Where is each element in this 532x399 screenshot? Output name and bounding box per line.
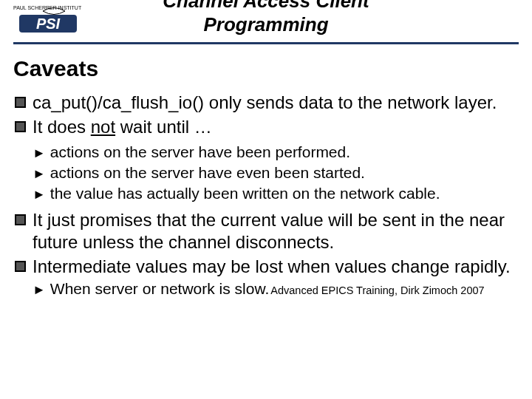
bullet-text: Intermediate values may be lost when val… [33, 256, 511, 279]
square-bullet-icon [15, 121, 26, 132]
header: PAUL SCHERRER INSTITUT PSI Channel Acces… [0, 0, 532, 35]
bullet-text: When server or network is slow. [50, 280, 269, 298]
footer-text: Advanced EPICS Training, Dirk Zimoch 200… [270, 284, 484, 296]
bullet-level2: ► actions on the server have been perfor… [33, 142, 511, 163]
bullet-text: actions on the server have even been sta… [50, 163, 511, 183]
bullet-level1: It does not wait until … [15, 116, 511, 139]
bullet-level2: ► the value has actually been written on… [33, 183, 511, 204]
bullet-level1: Intermediate values may be lost when val… [15, 256, 511, 279]
bullet-level1: It just promises that the current value … [15, 209, 511, 254]
section-title: Caveats [13, 56, 532, 81]
triangle-bullet-icon: ► [33, 165, 46, 183]
bullet-text: actions on the server have been performe… [50, 142, 511, 163]
bullet-text: It just promises that the current value … [33, 209, 511, 254]
square-bullet-icon [15, 261, 26, 272]
square-bullet-icon [15, 97, 26, 108]
triangle-bullet-icon: ► [33, 185, 46, 203]
slide-title-line1: Channel Access Client [13, 0, 519, 11]
square-bullet-icon [15, 214, 26, 225]
bullet-level2: ► actions on the server have even been s… [33, 163, 511, 183]
bullet-text: the value has actually been written on t… [50, 183, 511, 204]
bullet-level2-last: ► When server or network is slow. Advanc… [33, 280, 511, 298]
bullet-level1: ca_put()/ca_flush_io() only sends data t… [15, 92, 511, 115]
bullet-text: ca_put()/ca_flush_io() only sends data t… [33, 92, 511, 115]
triangle-bullet-icon: ► [33, 144, 46, 162]
triangle-bullet-icon: ► [33, 282, 46, 298]
bullet-text: It does not wait until … [33, 116, 511, 139]
logo-abbr-text: PSI [36, 16, 61, 32]
header-divider [13, 42, 519, 44]
bullet-list: ca_put()/ca_flush_io() only sends data t… [0, 92, 532, 298]
